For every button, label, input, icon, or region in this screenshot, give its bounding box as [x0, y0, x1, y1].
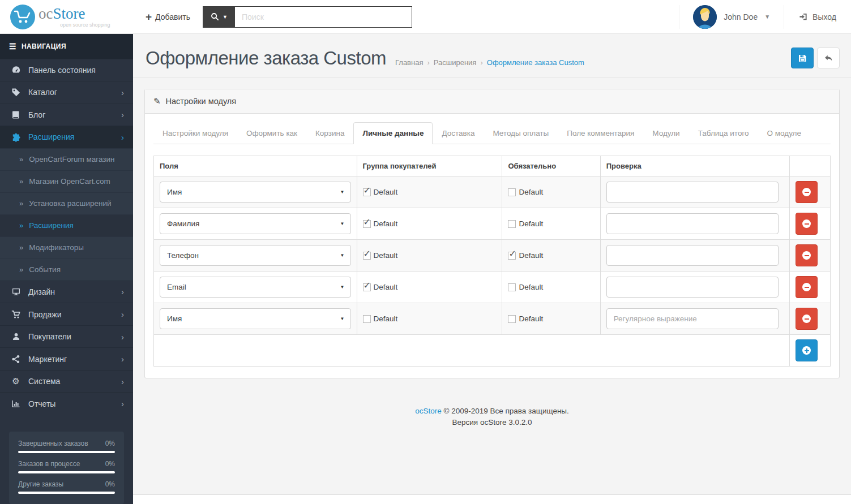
table-row: Телефон▼ Default Default: [154, 240, 831, 272]
validation-input[interactable]: [606, 245, 779, 266]
group-default-checkbox[interactable]: [363, 283, 371, 291]
table-row: Email▼ Default Default: [154, 272, 831, 303]
breadcrumb-extensions[interactable]: Расширения: [434, 58, 477, 67]
chevron-right-icon: ›: [121, 399, 124, 408]
logout-button[interactable]: Выход: [784, 5, 851, 29]
search-input[interactable]: [235, 7, 412, 27]
checkbox-label: Default: [519, 219, 543, 228]
sidebar-item-marketing[interactable]: Маркетинг ›: [0, 347, 133, 370]
validation-input[interactable]: [606, 308, 779, 329]
logo[interactable]: ocStore open source shopping: [0, 0, 133, 33]
stat-value: 0%: [105, 440, 115, 447]
required-default-checkbox[interactable]: [508, 315, 516, 323]
group-default-checkbox[interactable]: [363, 220, 371, 228]
required-default-checkbox[interactable]: [508, 252, 516, 260]
chevron-down-icon: ▼: [764, 14, 770, 20]
remove-row-button[interactable]: [796, 213, 818, 235]
search-button[interactable]: ▼: [203, 7, 235, 27]
sidebar-item-dashboard[interactable]: Панель состояния: [0, 59, 133, 81]
tab-payment-methods[interactable]: Методы оплаты: [484, 122, 558, 144]
save-button[interactable]: [791, 48, 814, 68]
tab-cart[interactable]: Корзина: [306, 122, 353, 144]
extensions-submenu: » OpenCartForum магазин » Магазин OpenCa…: [0, 148, 133, 281]
sidebar-item-label: Панель состояния: [28, 66, 124, 75]
tab-totals-table[interactable]: Таблица итого: [689, 122, 758, 144]
breadcrumb-current[interactable]: Оформление заказа Custom: [487, 58, 584, 67]
tab-personal-data[interactable]: Личные данные: [353, 122, 433, 144]
validation-input[interactable]: [606, 182, 779, 203]
submenu-item-opencart-store[interactable]: » Магазин OpenCart.com: [0, 170, 133, 192]
remove-row-button[interactable]: [796, 276, 818, 298]
submenu-item-extensions[interactable]: » Расширения: [0, 214, 133, 236]
chevron-right-icon: ›: [121, 377, 124, 386]
chevron-right-icon: ›: [121, 287, 124, 296]
remove-row-button[interactable]: [796, 181, 818, 203]
sidebar-item-customers[interactable]: Покупатели ›: [0, 325, 133, 348]
field-select[interactable]: Имя▼: [160, 182, 351, 203]
user-menu[interactable]: John Doe ▼: [679, 5, 784, 29]
chevron-down-icon: ▼: [223, 14, 228, 20]
tab-comment-field[interactable]: Поле комментария: [558, 122, 643, 144]
chevron-right-icon: ›: [121, 332, 124, 342]
group-default-checkbox[interactable]: [363, 315, 371, 323]
required-default-checkbox[interactable]: [508, 283, 516, 291]
cart-logo-icon: [10, 5, 35, 29]
sidebar-item-system[interactable]: ⚙ Система ›: [0, 370, 133, 393]
required-default-checkbox[interactable]: [508, 188, 516, 196]
breadcrumb-separator: ›: [480, 58, 482, 67]
submenu-item-modifications[interactable]: » Модификаторы: [0, 236, 133, 259]
group-default-checkbox[interactable]: [363, 188, 371, 196]
select-caret-icon: ▼: [340, 221, 345, 226]
breadcrumb-home[interactable]: Главная: [395, 58, 423, 67]
main-content: Оформление заказа Custom Главная › Расши…: [133, 34, 851, 504]
validation-input[interactable]: [606, 277, 779, 298]
sidebar-item-extensions[interactable]: Расширения ›: [0, 126, 133, 148]
submenu-item-installer[interactable]: » Установка расширений: [0, 192, 133, 214]
sidebar-item-sales[interactable]: Продажи ›: [0, 303, 133, 325]
submenu-item-label: Модификаторы: [29, 243, 84, 252]
sidebar-item-label: Покупатели: [28, 332, 121, 341]
tab-about[interactable]: О модуле: [758, 122, 810, 144]
minus-circle-icon: [802, 251, 811, 260]
logout-icon: [799, 12, 808, 21]
sidebar: ☰ НАВИГАЦИЯ Панель состояния Каталог ›: [0, 34, 133, 504]
back-button[interactable]: [817, 48, 840, 68]
required-default-checkbox[interactable]: [508, 220, 516, 228]
sidebar-item-reports[interactable]: Отчеты ›: [0, 392, 133, 415]
sidebar-item-design[interactable]: Дизайн ›: [0, 281, 133, 303]
remove-row-button[interactable]: [796, 244, 818, 266]
tab-shipping[interactable]: Доставка: [433, 122, 484, 144]
field-select[interactable]: Телефон▼: [160, 245, 351, 266]
add-button[interactable]: + Добавить: [146, 11, 190, 22]
add-row-button[interactable]: [796, 339, 818, 361]
save-icon: [798, 54, 807, 63]
footer-brand-link[interactable]: ocStore: [415, 407, 442, 415]
submenu-item-opencartforum[interactable]: » OpenCartForum магазин: [0, 148, 133, 170]
sidebar-item-blog[interactable]: Блог ›: [0, 104, 133, 126]
tab-checkout-as[interactable]: Оформить как: [237, 122, 306, 144]
sidebar-item-label: Система: [28, 377, 121, 386]
chevron-right-icon: ›: [121, 132, 124, 142]
sidebar-item-catalog[interactable]: Каталог ›: [0, 81, 133, 104]
topbar-main: + Добавить ▼: [133, 0, 851, 33]
validation-input[interactable]: [606, 213, 779, 234]
submenu-item-events[interactable]: » События: [0, 259, 133, 281]
footer-version: Версия ocStore 3.0.2.0: [133, 417, 851, 428]
field-select[interactable]: Email▼: [160, 277, 351, 298]
select-caret-icon: ▼: [340, 253, 345, 258]
group-default-checkbox[interactable]: [363, 252, 371, 260]
tab-modules[interactable]: Модули: [643, 122, 689, 144]
table-row: Имя▼ Default Default: [154, 303, 831, 335]
remove-row-button[interactable]: [796, 308, 818, 330]
tab-module-settings[interactable]: Настройки модуля: [153, 122, 237, 144]
submenu-item-label: OpenCartForum магазин: [29, 155, 114, 163]
sidebar-item-label: Отчеты: [28, 399, 121, 408]
field-select[interactable]: Фамилия▼: [160, 213, 351, 234]
plus-icon: +: [146, 11, 152, 22]
minus-circle-icon: [802, 315, 811, 323]
avatar: [693, 5, 717, 29]
stat-value: 0%: [105, 480, 115, 488]
minus-circle-icon: [802, 283, 811, 291]
field-select[interactable]: Имя▼: [160, 308, 351, 329]
logo-text: ocStore open source shopping: [39, 6, 110, 28]
